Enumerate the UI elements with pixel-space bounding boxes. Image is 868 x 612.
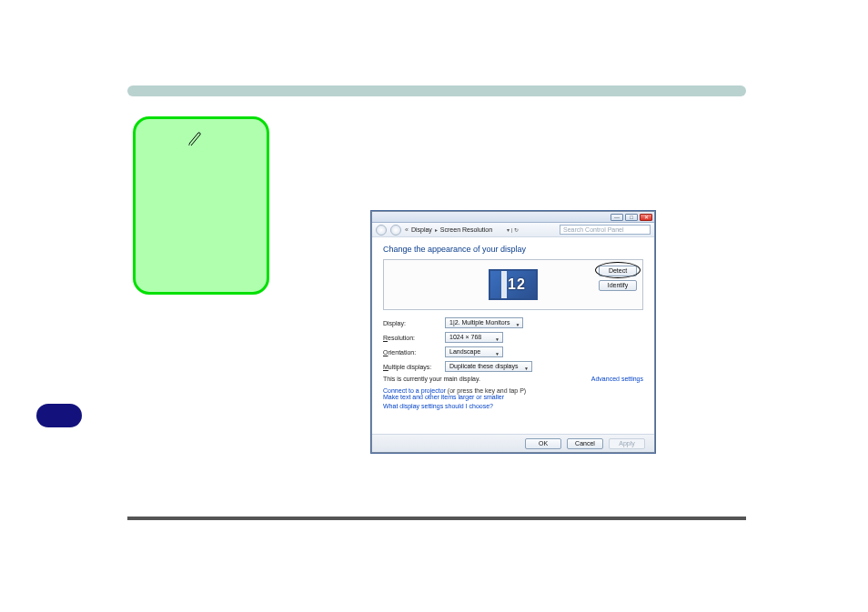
screen-resolution-window: — □ ✕ « Display ▸ Screen Resolution ▾ | …: [371, 211, 655, 453]
resolution-select-value: 1024 × 768: [449, 334, 481, 340]
projector-hint: (or press the key and tap P): [448, 387, 526, 394]
identify-button[interactable]: Identify: [599, 280, 637, 291]
chevron-down-icon: ▼: [495, 335, 500, 344]
page-title: Change the appearance of your display: [383, 245, 643, 254]
orientation-label: Orientation:: [383, 349, 445, 356]
search-input[interactable]: Search Control Panel: [560, 225, 651, 235]
breadcrumb-prefix: «: [405, 226, 409, 233]
maximize-button[interactable]: □: [625, 214, 638, 221]
nav-back-button[interactable]: [376, 225, 387, 236]
chevron-down-icon: ▼: [515, 320, 520, 329]
main-display-note: This is currently your main display.: [383, 376, 480, 382]
window-nav-bar: « Display ▸ Screen Resolution ▾ | ↻ Sear…: [372, 223, 654, 237]
window-body: Change the appearance of your display 1 …: [372, 237, 654, 416]
row-resolution: Resolution: 1024 × 768 ▼: [383, 332, 643, 343]
display-label: Display:: [383, 320, 445, 326]
monitor-thumbnail[interactable]: 1 2: [489, 269, 538, 300]
dialog-footer: OK Cancel Apply: [372, 434, 654, 452]
orientation-select-value: Landscape: [449, 348, 480, 355]
help-links: Connect to a projector (or press the key…: [383, 387, 643, 409]
connect-projector-link[interactable]: Connect to a projector: [383, 387, 446, 394]
display-select[interactable]: 1|2. Multiple Monitors ▼: [445, 317, 523, 328]
breadcrumb[interactable]: « Display ▸ Screen Resolution: [405, 226, 492, 233]
cancel-button[interactable]: Cancel: [567, 438, 603, 449]
resolution-select[interactable]: 1024 × 768 ▼: [445, 332, 503, 343]
multiple-displays-label: Multiple displays:: [383, 364, 445, 370]
chevron-down-icon: ▼: [524, 364, 529, 373]
breadcrumb-screen-resolution[interactable]: Screen Resolution: [440, 226, 492, 233]
close-button[interactable]: ✕: [640, 214, 652, 221]
text-size-link[interactable]: Make text and other items larger or smal…: [383, 394, 643, 400]
multiple-displays-value: Duplicate these displays: [449, 363, 519, 369]
orientation-select[interactable]: Landscape ▼: [445, 346, 503, 357]
advanced-settings-link[interactable]: Advanced settings: [591, 376, 643, 382]
display-select-value: 1|2. Multiple Monitors: [449, 319, 510, 326]
breadcrumb-display[interactable]: Display: [411, 226, 432, 233]
row-multiple-displays: Multiple displays: Duplicate these displ…: [383, 361, 643, 372]
row-orientation: Orientation: Landscape ▼: [383, 346, 643, 357]
chevron-down-icon: ▼: [495, 349, 500, 358]
search-placeholder: Search Control Panel: [563, 226, 624, 233]
detect-button[interactable]: Detect: [599, 266, 637, 276]
window-titlebar: — □ ✕: [372, 212, 654, 223]
apply-button: Apply: [609, 438, 645, 449]
monitor-2-label: 2: [517, 276, 525, 293]
display-preview: 1 2 Detect Identify: [383, 259, 643, 310]
pen-icon: [187, 129, 204, 149]
page-bottom-rule: [127, 517, 746, 520]
refresh-icon[interactable]: ▾ | ↻: [507, 226, 519, 233]
monitor-1-label: 1: [508, 276, 516, 293]
display-help-link[interactable]: What display settings should I choose?: [383, 403, 643, 409]
resolution-label: Resolution:: [383, 335, 445, 341]
minimize-button[interactable]: —: [611, 214, 623, 221]
row-display: Display: 1|2. Multiple Monitors ▼: [383, 317, 643, 328]
nav-forward-button[interactable]: [390, 225, 401, 236]
page-top-bar: [127, 85, 746, 96]
blue-pill: [36, 404, 82, 427]
multiple-displays-select[interactable]: Duplicate these displays ▼: [445, 361, 532, 372]
ok-button[interactable]: OK: [525, 438, 561, 449]
chevron-right-icon: ▸: [435, 226, 438, 233]
